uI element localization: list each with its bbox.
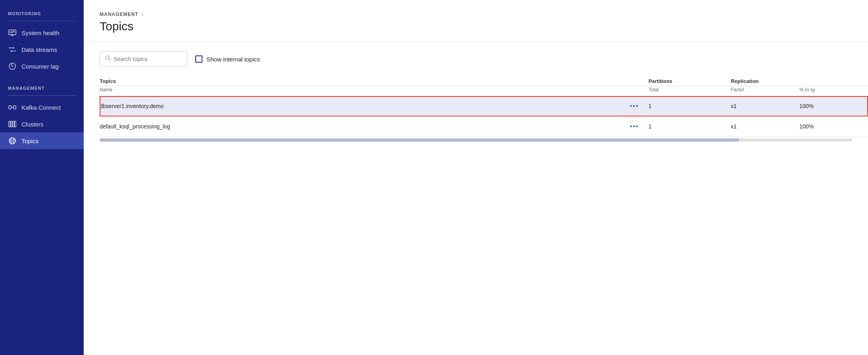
sidebar-item-clusters[interactable]: Clusters (0, 116, 84, 132)
topic-more-button[interactable]: ••• (626, 122, 642, 131)
show-internal-text: Show internal topics (206, 56, 260, 63)
partitions-column-header: Partitions (648, 75, 731, 86)
topics-table: Topics Partitions Replication Name Total… (100, 75, 868, 355)
search-box[interactable] (100, 51, 187, 67)
sidebar-item-label: Kafka Connect (22, 104, 61, 111)
search-input[interactable] (114, 56, 182, 62)
sidebar-item-topics[interactable]: Topics (0, 132, 84, 149)
show-internal-label[interactable]: Show internal topics (195, 55, 260, 63)
scrollbar-thumb[interactable] (100, 138, 739, 142)
sidebar-item-label: Topics (22, 138, 39, 144)
topic-partitions: 1 (648, 96, 731, 116)
sidebar-item-system-health[interactable]: System health (0, 24, 84, 41)
svg-rect-13 (15, 121, 16, 127)
sidebar: MONITORING System health Data streams (0, 0, 84, 355)
topic-more-button[interactable]: ••• (626, 102, 642, 110)
horizontal-scrollbar[interactable] (100, 138, 852, 142)
name-sub-header: Name (100, 86, 648, 96)
topic-name-cell: default_ksql_processing_log ••• (100, 116, 648, 137)
svg-line-20 (109, 59, 110, 61)
connect-icon (8, 103, 17, 112)
main-content: MANAGEMENT › Topics Show internal topics… (84, 0, 868, 355)
sidebar-item-label: Data streams (22, 46, 57, 53)
sidebar-item-label: Consumer lag (22, 63, 59, 70)
clusters-icon (8, 120, 17, 128)
replication-column-header: Replication (731, 75, 868, 86)
sidebar-item-consumer-lag[interactable]: Consumer lag (0, 58, 84, 75)
management-divider (8, 95, 76, 96)
topics-icon (8, 136, 17, 145)
streams-icon (8, 45, 17, 54)
monitor-icon (8, 28, 17, 37)
sidebar-item-data-streams[interactable]: Data streams (0, 41, 84, 58)
pct-sub-header: % In sy (799, 86, 868, 96)
topic-replication-factor: x1 (731, 116, 799, 137)
table-row[interactable]: dbserver1.inventory.demo ••• 1x1100% (100, 96, 868, 116)
breadcrumb-chevron-icon: › (141, 11, 143, 17)
sidebar-item-label: Clusters (22, 121, 43, 128)
management-section-label: MANAGEMENT (0, 75, 84, 94)
topic-replication-pct: 100% (799, 96, 868, 116)
page-divider (84, 41, 868, 41)
topic-name: default_ksql_processing_log (100, 123, 170, 130)
sidebar-item-label: System health (22, 30, 59, 36)
svg-rect-8 (14, 106, 16, 109)
breadcrumb: MANAGEMENT › (84, 0, 868, 19)
page-title: Topics (84, 19, 868, 41)
monitoring-section-label: MONITORING (0, 0, 84, 19)
topic-replication-factor: x1 (731, 96, 799, 116)
svg-rect-12 (13, 121, 14, 127)
toolbar: Show internal topics (84, 51, 868, 75)
total-sub-header: Total (648, 86, 731, 96)
factor-sub-header: Factor (731, 86, 799, 96)
table-row[interactable]: default_ksql_processing_log ••• 1x1100% (100, 116, 868, 137)
svg-rect-11 (11, 121, 12, 127)
show-internal-checkbox[interactable] (195, 55, 202, 63)
topic-name: dbserver1.inventory.demo (100, 103, 164, 109)
svg-rect-10 (9, 121, 10, 127)
breadcrumb-parent[interactable]: MANAGEMENT (100, 12, 138, 17)
topics-column-header: Topics (100, 75, 648, 86)
svg-point-6 (12, 66, 13, 67)
svg-rect-7 (9, 106, 11, 109)
lag-icon (8, 62, 17, 71)
sidebar-item-kafka-connect[interactable]: Kafka Connect (0, 99, 84, 116)
search-icon (105, 55, 111, 63)
topic-name-cell: dbserver1.inventory.demo ••• (100, 96, 648, 116)
topic-partitions: 1 (648, 116, 731, 137)
monitoring-divider (8, 21, 76, 21)
topic-replication-pct: 100% (799, 116, 868, 137)
